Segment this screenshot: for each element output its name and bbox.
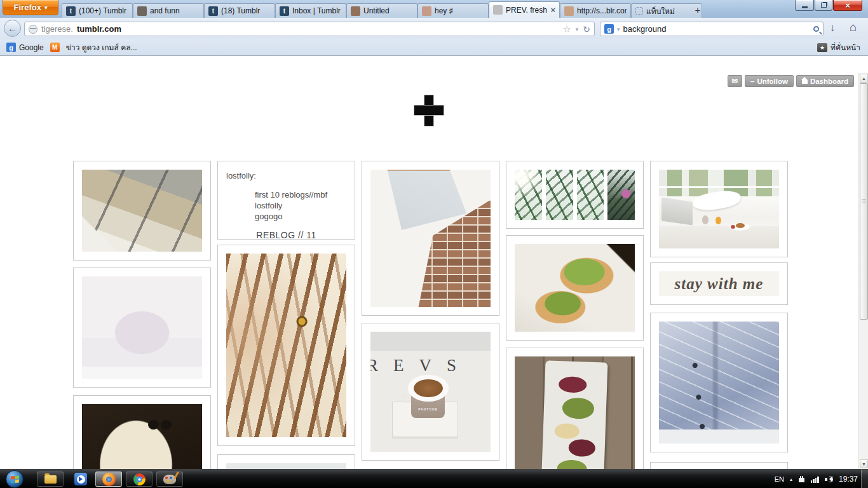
- taskbar-paint-button[interactable]: [156, 471, 183, 487]
- home-button[interactable]: ⌂: [850, 20, 857, 34]
- browser-tab[interactable]: hey ♯: [417, 3, 489, 18]
- photo-favicon: [564, 6, 574, 16]
- blog-plus-logo[interactable]: [414, 95, 444, 126]
- photo-palm-panels[interactable]: [515, 170, 635, 220]
- url-subdomain: tigerese.: [41, 24, 73, 34]
- bookmark-mthai[interactable]: M: [50, 43, 60, 52]
- chrome-icon: [133, 473, 146, 485]
- photo-favicon: [493, 5, 503, 15]
- tab-close-icon[interactable]: ×: [550, 5, 555, 15]
- tab-strip: t(100+) Tumblrand funnt(18) TumblrtInbox…: [62, 1, 702, 18]
- taskbar-clock[interactable]: 19:37: [839, 475, 858, 484]
- show-bookmarks-button[interactable]: ★ ที่คั่นหน้า: [817, 41, 860, 53]
- browser-tab[interactable]: http://s...blr.com/: [560, 3, 631, 18]
- tumblr-favicon: t: [208, 6, 218, 16]
- browser-tab[interactable]: t(18) Tumblr: [204, 3, 275, 18]
- minimize-button[interactable]: [795, 0, 814, 11]
- browser-tab[interactable]: Untitled: [346, 3, 417, 18]
- scrollbar-thumb[interactable]: [860, 83, 868, 320]
- tab-label: hey ♯: [435, 6, 484, 15]
- post-card: [362, 161, 499, 316]
- power-plug-icon[interactable]: [798, 476, 805, 483]
- unfollow-button[interactable]: – Unfollow: [745, 75, 794, 87]
- page-scrollbar[interactable]: ▲ ▼: [858, 73, 868, 469]
- url-bar[interactable]: tigerese. tumblr.com ☆ ▾ ↻: [24, 22, 595, 36]
- browser-tab[interactable]: and funn: [133, 3, 204, 18]
- windows-logo-icon: [11, 475, 19, 483]
- search-bar[interactable]: g ▾ background: [600, 22, 824, 36]
- taskbar-firefox-button[interactable]: [95, 471, 122, 487]
- start-button[interactable]: [6, 470, 24, 488]
- bookmark-star-icon[interactable]: ☆: [562, 24, 571, 35]
- photo-partial[interactable]: [226, 463, 346, 469]
- photo-beet-salad[interactable]: [515, 356, 635, 469]
- revs-magazine-title: REVS: [370, 356, 491, 376]
- speaker-icon[interactable]: [825, 476, 833, 483]
- network-signal-icon[interactable]: [811, 476, 819, 483]
- search-magnifier-icon[interactable]: [813, 26, 819, 32]
- photo-revs-coffee[interactable]: REVS PANTONE: [370, 332, 491, 452]
- bookmark-google[interactable]: g Google: [6, 43, 44, 52]
- firefox-menu-button[interactable]: Firefox ▾: [3, 0, 58, 15]
- table-shape: [659, 226, 779, 248]
- post-card: REVS PANTONE: [362, 323, 499, 461]
- photo-bed-breakfast[interactable]: [659, 170, 779, 248]
- restore-button[interactable]: [815, 0, 832, 11]
- downloads-button[interactable]: ↓: [830, 22, 836, 34]
- browser-tab[interactable]: t(100+) Tumblr: [62, 3, 133, 18]
- post-card: VOGUE: [73, 395, 211, 469]
- taskbar-media-player-button[interactable]: [67, 471, 94, 487]
- photo-favicon: [422, 6, 431, 16]
- post-body-line: first 10 reblogs//mbf: [255, 189, 346, 200]
- dashboard-button[interactable]: Dashboard: [796, 75, 854, 87]
- bookmarks-star-icon: ★: [817, 43, 827, 52]
- laptop-shape: [661, 198, 693, 226]
- urlbar-dropdown-icon[interactable]: ▾: [576, 26, 579, 32]
- browser-tab[interactable]: tInbox | Tumblr: [275, 3, 346, 18]
- coffee-cup-shape: [702, 215, 709, 224]
- reblog-link[interactable]: REBLOG // 11: [226, 230, 346, 240]
- newtab-favicon: [635, 7, 643, 15]
- close-button[interactable]: ×: [833, 0, 862, 11]
- site-identity-globe-icon[interactable]: [29, 25, 37, 34]
- unfollow-label: Unfollow: [757, 78, 788, 85]
- photo-vogue-tote[interactable]: VOGUE: [82, 404, 202, 469]
- desktop-screen: Firefox ▾ t(100+) Tumblrand funnt(18) Tu…: [0, 0, 868, 488]
- search-query[interactable]: background: [623, 24, 667, 34]
- mail-icon: ✉: [732, 77, 738, 85]
- taskbar-chrome-button[interactable]: [126, 471, 153, 487]
- search-engine-dropdown-icon[interactable]: ▾: [617, 26, 620, 32]
- post-card: [650, 462, 788, 469]
- tray-expand-icon[interactable]: ▴: [790, 477, 792, 482]
- taskbar-explorer-button[interactable]: [37, 471, 64, 487]
- google-search-icon[interactable]: g: [604, 24, 614, 34]
- photo-white-tiger[interactable]: [226, 254, 346, 437]
- message-button[interactable]: ✉: [728, 75, 742, 87]
- new-tab-button[interactable]: +: [689, 3, 706, 16]
- dashboard-label: Dashboard: [810, 78, 848, 85]
- back-button[interactable]: ←: [4, 20, 21, 37]
- reload-icon[interactable]: ↻: [583, 24, 590, 34]
- photo-favicon: [137, 6, 147, 16]
- paint-icon: [163, 475, 176, 484]
- scroll-down-button[interactable]: ▼: [860, 459, 868, 468]
- photo-paris-courtyard[interactable]: [82, 170, 202, 252]
- tab-label: (100+) Tumblr: [79, 6, 128, 15]
- photo-skylight-brick[interactable]: [370, 170, 491, 307]
- bookmark-thai-folder[interactable]: ข่าว ดูดวง เกมส์ คล...: [66, 41, 137, 53]
- post-body: first 10 reblogs//mbf lostfolly gogogo: [255, 189, 346, 222]
- music-player-bar: Paramore: Now Music Players 00:00|00:00: [0, 56, 868, 73]
- photo-clear-bag[interactable]: [82, 276, 202, 379]
- browser-titlebar: Firefox ▾ t(100+) Tumblrand funnt(18) Tu…: [0, 0, 868, 18]
- photo-denim-jacket[interactable]: [659, 322, 779, 444]
- post-author[interactable]: lostfolly:: [226, 171, 346, 180]
- photo-stay-with-me[interactable]: stay with me: [659, 271, 779, 296]
- show-desktop-button[interactable]: [861, 470, 868, 488]
- browser-tab-active[interactable]: PREV. freshz ...×: [489, 1, 560, 18]
- scroll-up-button[interactable]: ▲: [860, 74, 868, 83]
- language-indicator[interactable]: EN: [775, 475, 784, 483]
- tab-label: and funn: [150, 6, 200, 15]
- plate-shape: [541, 361, 608, 469]
- post-card: [650, 161, 788, 257]
- photo-avocado-toast[interactable]: [515, 244, 635, 332]
